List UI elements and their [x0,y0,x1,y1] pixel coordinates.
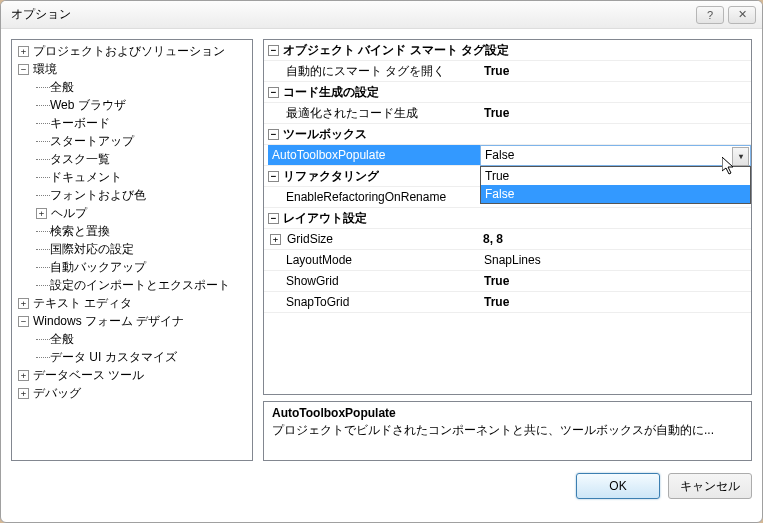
help-icon: ? [707,9,713,21]
cancel-button[interactable]: キャンセル [668,473,752,499]
tree-item-backup[interactable]: 自動バックアップ [50,259,146,276]
tree-item-web[interactable]: Web ブラウザ [50,97,126,114]
category-toolbox: ツールボックス [283,126,367,143]
description-text: プロジェクトでビルドされたコンポーネントと共に、ツールボックスが自動的に... [272,423,714,437]
tree-item-intl[interactable]: 国際対応の設定 [50,241,134,258]
tree-item-winforms-designer[interactable]: Windows フォーム デザイナ [33,313,184,330]
expand-icon[interactable]: + [18,370,29,381]
tree-item-projects[interactable]: プロジェクトおよびソリューション [33,43,225,60]
tree-item-winforms-dataui[interactable]: データ UI カスタマイズ [50,349,177,366]
value-showgrid[interactable]: True [480,274,751,288]
expand-icon[interactable]: + [18,46,29,57]
tree-item-startup[interactable]: スタートアップ [50,133,134,150]
ok-button[interactable]: OK [576,473,660,499]
description-name: AutoToolboxPopulate [272,406,743,420]
button-bar: OK キャンセル [1,461,762,511]
options-tree[interactable]: +プロジェクトおよびソリューション −環境 全般 Web ブラウザ キーボード … [11,39,253,461]
collapse-icon[interactable]: − [268,171,279,182]
collapse-icon[interactable]: − [18,64,29,75]
category-smart-tag: オブジェクト バインド スマート タグ設定 [283,42,509,59]
category-codegen: コード生成の設定 [283,84,379,101]
tree-item-import[interactable]: 設定のインポートとエクスポート [50,277,230,294]
property-description: AutoToolboxPopulate プロジェクトでビルドされたコンポーネント… [263,401,752,461]
tree-item-help[interactable]: ヘルプ [51,205,87,222]
dropdown-option-true[interactable]: True [481,167,750,185]
collapse-icon[interactable]: − [268,129,279,140]
expand-icon[interactable]: + [270,234,281,245]
value-auto-toolbox-populate[interactable]: False ▾ [480,145,751,166]
dropdown-option-false[interactable]: False [481,185,750,203]
prop-enable-refactoring[interactable]: EnableRefactoringOnRename [264,190,480,204]
titlebar: オプション ? ✕ [1,1,762,29]
tree-item-fonts[interactable]: フォントおよび色 [50,187,146,204]
property-grid[interactable]: −オブジェクト バインド スマート タグ設定 自動的にスマート タグを開くTru… [263,39,752,395]
tree-item-documents[interactable]: ドキュメント [50,169,122,186]
prop-showgrid[interactable]: ShowGrid [264,274,480,288]
window-title: オプション [11,6,71,23]
close-button[interactable]: ✕ [728,6,756,24]
value-layout-mode[interactable]: SnapLines [480,253,751,267]
collapse-icon[interactable]: − [18,316,29,327]
value-gridsize[interactable]: 8, 8 [479,232,751,246]
tree-item-winforms-general[interactable]: 全般 [50,331,74,348]
category-layout: レイアウト設定 [283,210,367,227]
prop-gridsize[interactable]: GridSize [285,232,479,246]
tree-item-search[interactable]: 検索と置換 [50,223,110,240]
dropdown-list[interactable]: True False [480,166,751,204]
dropdown-button[interactable]: ▾ [732,147,749,166]
tree-item-database[interactable]: データベース ツール [33,367,144,384]
collapse-icon[interactable]: − [268,213,279,224]
options-dialog: オプション ? ✕ +プロジェクトおよびソリューション −環境 全般 Web ブ… [0,0,763,523]
help-button[interactable]: ? [696,6,724,24]
expand-icon[interactable]: + [18,388,29,399]
tree-item-text-editor[interactable]: テキスト エディタ [33,295,132,312]
tree-item-environment[interactable]: 環境 [33,61,57,78]
prop-optimized-codegen[interactable]: 最適化されたコード生成 [264,105,480,122]
category-refactoring: リファクタリング [283,168,379,185]
close-icon: ✕ [738,8,747,21]
prop-layout-mode[interactable]: LayoutMode [264,253,480,267]
collapse-icon[interactable]: − [268,87,279,98]
tree-item-debug[interactable]: デバッグ [33,385,81,402]
prop-auto-toolbox-populate[interactable]: AutoToolboxPopulate [268,145,480,165]
expand-icon[interactable]: + [18,298,29,309]
tree-item-tasks[interactable]: タスク一覧 [50,151,110,168]
prop-snaptogrid[interactable]: SnapToGrid [264,295,480,309]
value-smart-tag-auto-open[interactable]: True [480,64,751,78]
expand-icon[interactable]: + [36,208,47,219]
tree-item-keyboard[interactable]: キーボード [50,115,110,132]
chevron-down-icon: ▾ [739,152,743,161]
collapse-icon[interactable]: − [268,45,279,56]
value-snaptogrid[interactable]: True [480,295,751,309]
tree-item-general[interactable]: 全般 [50,79,74,96]
prop-smart-tag-auto-open[interactable]: 自動的にスマート タグを開く [264,63,480,80]
value-optimized-codegen[interactable]: True [480,106,751,120]
